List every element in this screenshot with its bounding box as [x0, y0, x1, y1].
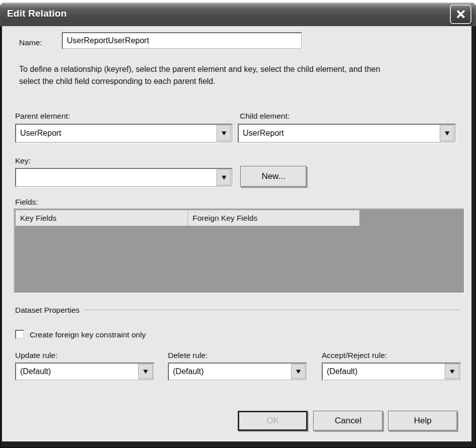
help-button[interactable]: Help	[388, 411, 457, 431]
close-icon: ✕	[455, 7, 466, 22]
name-label: Name:	[19, 38, 42, 47]
column-header-foreign-key-fields: Foreign Key Fields	[187, 210, 359, 226]
instruction-text-line1: To define a relationship (keyref), selec…	[19, 63, 380, 75]
section-divider	[84, 310, 460, 311]
cancel-button[interactable]: Cancel	[313, 411, 383, 431]
accept-reject-rule-dropdown-button[interactable]: ▼	[445, 364, 459, 379]
child-element-dropdown-button[interactable]: ▼	[440, 125, 454, 141]
chevron-down-icon: ▼	[450, 369, 454, 374]
parent-element-label: Parent element:	[15, 112, 70, 121]
key-select[interactable]: ▼	[15, 168, 233, 187]
delete-rule-value: (Default)	[173, 364, 289, 380]
foreign-key-constraint-checkbox[interactable]	[15, 330, 24, 339]
accept-reject-rule-value: (Default)	[327, 364, 443, 380]
foreign-key-constraint-checkbox-label[interactable]: Create foreign key constraint only	[30, 330, 146, 339]
update-rule-select[interactable]: (Default) ▼	[15, 363, 154, 381]
key-label: Key:	[15, 156, 31, 165]
new-button[interactable]: New...	[240, 166, 307, 187]
dialog-body: Name: To define a relationship (keyref),…	[2, 26, 471, 441]
column-header-key-fields: Key Fields	[16, 210, 187, 226]
close-button[interactable]: ✕	[450, 5, 471, 24]
fields-label: Fields:	[15, 198, 38, 207]
chevron-down-icon: ▼	[445, 131, 449, 136]
chevron-down-icon: ▼	[143, 369, 148, 374]
chevron-down-icon: ▼	[222, 175, 226, 180]
update-rule-value: (Default)	[20, 364, 136, 380]
key-dropdown-button[interactable]: ▼	[217, 169, 231, 186]
update-rule-dropdown-button[interactable]: ▼	[138, 364, 153, 379]
chevron-down-icon: ▼	[222, 131, 226, 136]
child-element-value: UserReport	[243, 125, 438, 142]
dataset-properties-label: Dataset Properties	[15, 306, 79, 315]
edit-relation-dialog: Edit Relation ✕ Name: To define a relati…	[0, 0, 476, 448]
accept-reject-rule-select[interactable]: (Default) ▼	[322, 363, 461, 381]
key-value	[20, 169, 215, 186]
parent-element-dropdown-button[interactable]: ▼	[217, 125, 231, 141]
fields-grid-header: Key Fields Foreign Key Fields	[16, 210, 359, 226]
ok-button[interactable]: OK	[238, 411, 308, 431]
delete-rule-select[interactable]: (Default) ▼	[168, 363, 307, 381]
child-element-select[interactable]: UserReport ▼	[238, 124, 456, 143]
chevron-down-icon: ▼	[296, 369, 301, 374]
window-frame: Edit Relation ✕ Name: To define a relati…	[0, 3, 476, 448]
window-title: Edit Relation	[7, 8, 67, 19]
accept-reject-rule-label: Accept/Reject rule:	[322, 351, 387, 360]
delete-rule-dropdown-button[interactable]: ▼	[291, 364, 306, 379]
title-bar[interactable]: Edit Relation ✕	[0, 3, 476, 26]
dataset-properties-section: Dataset Properties	[15, 306, 460, 315]
fields-grid[interactable]: Key Fields Foreign Key Fields	[14, 208, 465, 294]
update-rule-label: Update rule:	[15, 351, 57, 360]
instruction-text-line2: select the child field corresponding to …	[19, 75, 215, 87]
parent-element-value: UserReport	[20, 125, 215, 142]
child-element-label: Child element:	[240, 112, 290, 121]
name-input[interactable]	[62, 32, 302, 49]
delete-rule-label: Delete rule:	[168, 351, 208, 360]
parent-element-select[interactable]: UserReport ▼	[15, 124, 233, 143]
